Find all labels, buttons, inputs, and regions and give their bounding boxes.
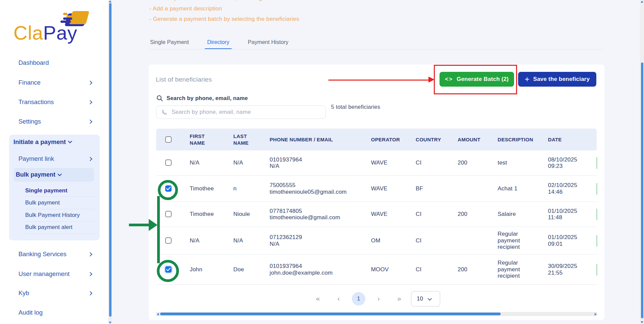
cell-phone-email: 75005555timotheenioule05@gmail.com <box>270 176 364 201</box>
sidebar-item-label: Bulk payment <box>16 171 55 179</box>
cell-operator: WAVE <box>371 150 411 175</box>
column-header-operator[interactable]: OPERATOR <box>371 129 411 150</box>
sidebar: ClaPay Dashboard Finance Transactions Se… <box>0 0 108 324</box>
sidebar-scrollbar[interactable] <box>108 0 112 324</box>
chevron-right-icon <box>88 100 92 104</box>
tabs-bottom-border <box>149 49 604 49</box>
select-all-checkbox[interactable] <box>165 136 172 143</box>
row-checkbox[interactable] <box>165 237 172 244</box>
cell-description: test <box>498 150 531 175</box>
sidebar-item-label: User management <box>18 270 70 278</box>
column-header-date[interactable]: DATE <box>548 129 588 150</box>
sidebar-item-user-management[interactable]: User management <box>18 270 96 278</box>
sidebar-item-label: Bulk payment alert <box>25 224 73 230</box>
table-row[interactable]: N/A N/A 0101937964N/A WAVE CI 200 test 0… <box>156 150 597 176</box>
pagination-prev-button[interactable]: ‹ <box>337 295 340 302</box>
search-icon <box>156 95 163 101</box>
action-button-edge <box>596 235 597 247</box>
column-header-amount[interactable]: AMOUNT <box>458 129 491 150</box>
page-size-value: 10 <box>417 295 423 302</box>
save-beneficiary-button[interactable]: + Save the beneficiary <box>518 72 596 87</box>
cell-phone-email: 0778174805timotheenioule@gmail.com <box>270 202 364 227</box>
pagination-next-button[interactable]: › <box>377 295 380 302</box>
sidebar-item-bulk-payment[interactable]: Bulk payment <box>16 171 93 179</box>
sidebar-item-payment-link[interactable]: Payment link <box>18 155 96 163</box>
row-checkbox[interactable] <box>165 211 172 217</box>
chevron-right-icon <box>88 252 92 257</box>
pagination-first-button[interactable]: « <box>316 295 320 302</box>
panel-title: List of beneficiaries <box>156 76 212 83</box>
page-scrollbar-thumb[interactable] <box>641 62 643 318</box>
row-checkbox[interactable] <box>165 159 172 166</box>
instruction-line-cropped: - Add a phone number or email, if missin… <box>154 0 262 1</box>
search-label: Search by phone, email, name <box>167 95 248 101</box>
sidebar-subitem-single-payment[interactable]: Single payment <box>25 187 96 194</box>
cell-last-name: Doe <box>233 254 264 284</box>
sidebar-item-label: Initiate a payment <box>13 138 66 146</box>
column-header-phone-email[interactable]: PHONE NUMBER / EMAIL <box>270 129 364 150</box>
scroll-right-arrow-icon[interactable] <box>595 313 597 316</box>
tab-single-payment[interactable]: Single Payment <box>150 37 189 49</box>
divider <box>25 221 96 222</box>
table-row[interactable]: N/A N/A 0712362129N/A OM CI Regular paym… <box>156 227 597 254</box>
sidebar-item-dashboard[interactable]: Dashboard <box>18 59 96 67</box>
logo-text-cla: Cla <box>13 22 43 44</box>
horizontal-scrollbar-thumb[interactable] <box>160 313 501 315</box>
sidebar-item-initiate-a-payment[interactable]: Initiate a payment <box>13 138 94 146</box>
scroll-up-arrow-icon[interactable] <box>109 0 111 2</box>
scroll-left-arrow-icon[interactable] <box>157 313 159 316</box>
column-header-country[interactable]: COUNTRY <box>416 129 451 150</box>
action-button-edge <box>596 209 597 220</box>
column-header-first-name[interactable]: FIRST NAME <box>190 129 213 150</box>
main-content: - Add a phone number or email, if missin… <box>112 0 640 324</box>
sidebar-item-audit-log[interactable]: Audit log <box>18 309 96 317</box>
pagination: « ‹ 1 › » 10 <box>149 285 604 312</box>
cell-country: CI <box>416 254 451 284</box>
sidebar-item-transactions[interactable]: Transactions <box>18 98 96 106</box>
table-row[interactable]: Timothee n 75005555timotheenioule05@gmai… <box>156 176 597 202</box>
cell-date: 01/10/202509:01 <box>548 227 590 254</box>
cell-phone-email: 0101937964john.doe@example.com <box>270 254 364 284</box>
scroll-down-arrow-icon[interactable] <box>109 322 111 324</box>
page-scrollbar[interactable] <box>640 0 644 324</box>
column-header-last-name[interactable]: LAST NAME <box>233 129 254 150</box>
sidebar-item-kyb[interactable]: Kyb <box>18 289 96 297</box>
chevron-right-icon <box>88 272 92 276</box>
horizontal-scrollbar[interactable] <box>156 312 597 316</box>
pagination-current-page[interactable]: 1 <box>352 292 365 306</box>
cell-date: 08/10/202509:23 <box>548 150 590 175</box>
sidebar-subitem-bulk-payment-alert[interactable]: Bulk payment alert <box>25 224 96 231</box>
scroll-down-arrow-icon[interactable] <box>641 321 643 323</box>
sidebar-item-settings[interactable]: Settings <box>18 118 96 126</box>
cell-description: Regular payment recipient <box>498 227 531 254</box>
divider <box>25 209 96 209</box>
cell-phone-email: 0101937964N/A <box>270 150 364 175</box>
action-button-edge <box>596 264 597 276</box>
search-input[interactable]: Search by phone, email, name <box>156 105 326 119</box>
sidebar-item-finance[interactable]: Finance <box>18 79 96 87</box>
row-checkbox[interactable] <box>165 185 172 192</box>
cell-description: Achat 1 <box>498 176 531 201</box>
row-checkbox[interactable] <box>165 266 172 273</box>
logo-text-pay: Pay <box>43 22 77 44</box>
sidebar-item-label: Dashboard <box>18 59 49 67</box>
tab-payment-history[interactable]: Payment History <box>248 37 288 49</box>
code-brackets-icon: <> <box>445 76 453 83</box>
sidebar-scrollbar-thumb[interactable] <box>109 3 111 317</box>
sidebar-subitem-bulk-payment[interactable]: Bulk payment <box>25 199 96 206</box>
cell-amount <box>458 176 491 201</box>
table-row[interactable]: Timothee Nioule 0778174805timotheenioule… <box>156 202 597 227</box>
table-row[interactable]: John Doe 0101937964john.doe@example.com … <box>156 254 597 285</box>
pagination-last-button[interactable]: » <box>397 295 401 302</box>
column-header-description[interactable]: DESCRIPTION <box>498 129 541 150</box>
sidebar-subitem-bulk-payment-history[interactable]: Bulk Payment History <box>25 212 96 219</box>
scroll-up-arrow-icon[interactable] <box>641 1 643 3</box>
tab-directory[interactable]: Directory <box>205 37 232 49</box>
page-size-select[interactable]: 10 <box>411 291 440 307</box>
cell-country: BF <box>416 176 451 201</box>
cell-operator: WAVE <box>371 176 411 201</box>
cell-country: CI <box>416 227 451 254</box>
generate-batch-button[interactable]: <> Generate Batch (2) <box>440 72 514 87</box>
sidebar-item-banking-services[interactable]: Banking Services <box>18 250 96 258</box>
action-button-edge <box>596 183 597 195</box>
